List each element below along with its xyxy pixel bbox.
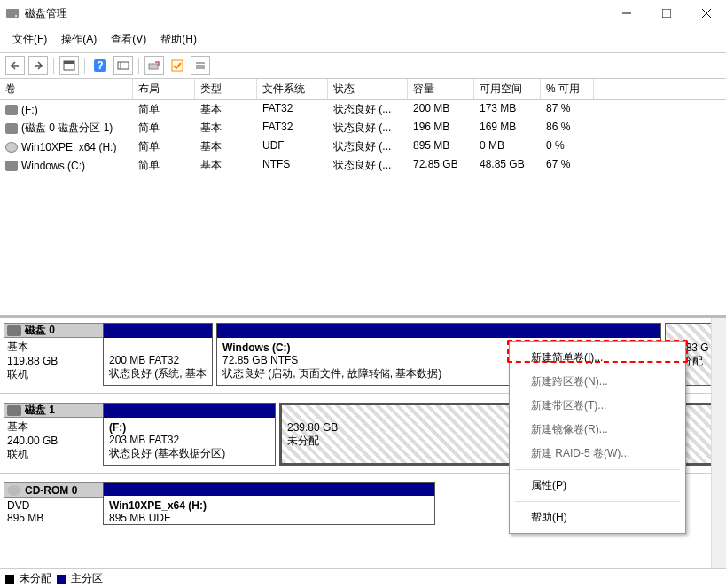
disk-type: 基本 bbox=[7, 340, 99, 355]
vol-cap: 200 MB bbox=[408, 100, 474, 119]
vol-pct: 87 % bbox=[541, 100, 594, 119]
svg-point-1 bbox=[15, 15, 17, 17]
menubar: 文件(F) 操作(A) 查看(V) 帮助(H) bbox=[0, 27, 726, 52]
vol-layout: 简单 bbox=[133, 156, 195, 175]
check-icon[interactable] bbox=[168, 56, 187, 75]
minimize-button[interactable] bbox=[606, 1, 646, 26]
svg-text:?: ? bbox=[97, 59, 103, 72]
vol-name: Win10XPE_x64 (H:) bbox=[21, 141, 116, 153]
vol-cap: 196 MB bbox=[408, 119, 474, 137]
col-layout[interactable]: 布局 bbox=[133, 79, 195, 99]
vol-type: 基本 bbox=[195, 100, 257, 119]
vol-name: (F:) bbox=[21, 104, 38, 116]
volume-list: (F:) 简单 基本 FAT32 状态良好 (... 200 MB 173 MB… bbox=[0, 100, 726, 315]
part-title: (F:) bbox=[109, 421, 269, 434]
ctx-new-mirror[interactable]: 新建镜像卷(R)... bbox=[510, 418, 685, 442]
menu-view[interactable]: 查看(V) bbox=[104, 28, 153, 51]
scrollbar-vertical[interactable] bbox=[711, 318, 726, 568]
partition[interactable]: 200 MB FAT32状态良好 (系统, 基本 bbox=[103, 323, 213, 386]
disk-label: 磁盘 0 bbox=[25, 323, 55, 338]
vol-status: 状态良好 (... bbox=[328, 119, 408, 137]
view-button[interactable] bbox=[59, 56, 79, 75]
vol-fs: FAT32 bbox=[257, 100, 328, 119]
col-pct[interactable]: % 可用 bbox=[541, 79, 594, 99]
drive-icon bbox=[5, 105, 18, 115]
disk-label: CD-ROM 0 bbox=[25, 484, 77, 497]
legend-label: 主分区 bbox=[71, 571, 103, 586]
col-capacity[interactable]: 容量 bbox=[408, 79, 474, 99]
list-row[interactable]: (F:) 简单 基本 FAT32 状态良好 (... 200 MB 173 MB… bbox=[0, 100, 726, 119]
vol-type: 基本 bbox=[195, 119, 257, 137]
back-button[interactable] bbox=[5, 56, 25, 75]
part-size: 895 MB UDF bbox=[109, 512, 429, 524]
partition[interactable]: (F:)203 MB FAT32状态良好 (基本数据分区) bbox=[103, 403, 276, 466]
list-row[interactable]: Win10XPE_x64 (H:) 简单 基本 UDF 状态良好 (... 89… bbox=[0, 137, 726, 156]
vol-name: (磁盘 0 磁盘分区 1) bbox=[21, 121, 113, 136]
window-title: 磁盘管理 bbox=[25, 6, 67, 21]
vol-free: 173 MB bbox=[474, 100, 541, 119]
app-icon bbox=[5, 6, 20, 20]
menu-action[interactable]: 操作(A) bbox=[54, 28, 104, 51]
ctx-help[interactable]: 帮助(H) bbox=[510, 506, 685, 529]
svg-rect-7 bbox=[64, 61, 74, 64]
part-size: 203 MB FAT32 bbox=[109, 434, 269, 446]
col-fs[interactable]: 文件系统 bbox=[257, 79, 328, 99]
svg-rect-13 bbox=[172, 60, 183, 71]
col-status[interactable]: 状态 bbox=[328, 79, 408, 99]
vol-fs: UDF bbox=[257, 137, 328, 156]
ctx-new-span[interactable]: 新建跨区卷(N)... bbox=[510, 370, 685, 394]
vol-layout: 简单 bbox=[133, 137, 195, 156]
vol-status: 状态良好 (... bbox=[328, 137, 408, 156]
maximize-button[interactable] bbox=[646, 1, 686, 26]
svg-rect-0 bbox=[6, 9, 19, 18]
vol-free: 169 MB bbox=[474, 119, 541, 137]
vol-type: 基本 bbox=[195, 156, 257, 175]
col-free[interactable]: 可用空间 bbox=[474, 79, 541, 99]
vol-pct: 0 % bbox=[541, 137, 594, 156]
help-icon[interactable]: ? bbox=[90, 56, 110, 75]
disk-state: 联机 bbox=[7, 367, 99, 382]
disk-type: DVD bbox=[7, 499, 99, 512]
part-size: 200 MB FAT32 bbox=[109, 354, 207, 366]
col-volume[interactable]: 卷 bbox=[0, 79, 133, 99]
forward-button[interactable] bbox=[28, 56, 48, 75]
part-title: Win10XPE_x64 (H:) bbox=[109, 499, 429, 512]
menu-help[interactable]: 帮助(H) bbox=[153, 28, 204, 51]
vol-pct: 86 % bbox=[541, 119, 594, 137]
ctx-properties[interactable]: 属性(P) bbox=[510, 474, 685, 498]
menu-file[interactable]: 文件(F) bbox=[5, 28, 54, 51]
vol-type: 基本 bbox=[195, 137, 257, 156]
disk-info[interactable]: 磁盘 1 基本 240.00 GB 联机 bbox=[4, 403, 103, 466]
vol-status: 状态良好 (... bbox=[328, 100, 408, 119]
ctx-new-stripe[interactable]: 新建带区卷(T)... bbox=[510, 394, 685, 418]
disk-info[interactable]: 磁盘 0 基本 119.88 GB 联机 bbox=[4, 323, 103, 386]
titlebar: 磁盘管理 bbox=[0, 0, 726, 27]
part-status: 状态良好 (系统, 基本 bbox=[109, 366, 207, 381]
refresh-icon[interactable] bbox=[113, 56, 133, 75]
list-row[interactable]: Windows (C:) 简单 基本 NTFS 状态良好 (... 72.85 … bbox=[0, 156, 726, 175]
list-row[interactable]: (磁盘 0 磁盘分区 1) 简单 基本 FAT32 状态良好 (... 196 … bbox=[0, 119, 726, 137]
assign-button[interactable] bbox=[144, 56, 164, 75]
col-type[interactable]: 类型 bbox=[195, 79, 257, 99]
context-menu: 新建简单卷(I)... 新建跨区卷(N)... 新建带区卷(T)... 新建镜像… bbox=[509, 341, 686, 534]
legend-swatch-primary bbox=[57, 575, 66, 584]
ctx-new-raid5[interactable]: 新建 RAID-5 卷(W)... bbox=[510, 442, 685, 466]
vol-status: 状态良好 (... bbox=[328, 156, 408, 175]
disk-icon bbox=[7, 405, 21, 416]
disk-label: 磁盘 1 bbox=[25, 403, 55, 418]
list-icon[interactable] bbox=[191, 56, 210, 75]
drive-icon bbox=[5, 161, 18, 171]
disk-size: 119.88 GB bbox=[7, 355, 99, 367]
vol-free: 48.85 GB bbox=[474, 156, 541, 175]
legend-label: 未分配 bbox=[20, 571, 51, 586]
vol-fs: FAT32 bbox=[257, 119, 328, 137]
vol-layout: 简单 bbox=[133, 119, 195, 137]
close-button[interactable] bbox=[686, 1, 726, 26]
ctx-new-simple[interactable]: 新建简单卷(I)... bbox=[510, 346, 685, 370]
partition[interactable]: Win10XPE_x64 (H:)895 MB UDF bbox=[103, 482, 435, 525]
legend: 未分配 主分区 bbox=[0, 568, 726, 588]
drive-icon bbox=[5, 123, 18, 134]
disk-info[interactable]: CD-ROM 0 DVD 895 MB bbox=[4, 482, 103, 526]
disk-state: 联机 bbox=[7, 447, 99, 462]
vol-free: 0 MB bbox=[474, 137, 541, 156]
